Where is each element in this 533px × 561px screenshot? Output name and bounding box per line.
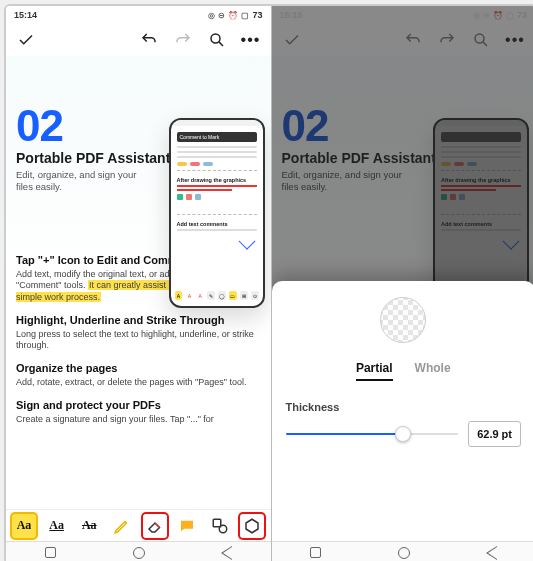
section2-body: Long press to select the text to highlig… — [16, 329, 261, 352]
redo-button[interactable] — [173, 30, 193, 50]
strikethrough-tool[interactable]: Aa — [77, 514, 101, 538]
svg-rect-2 — [213, 519, 221, 527]
section4-title: Sign and protect your PDFs — [16, 399, 261, 411]
battery-icon: ▢ — [241, 11, 249, 20]
status-time: 15:14 — [14, 10, 37, 20]
svg-marker-4 — [246, 519, 258, 533]
annotation-toolbar: Aa Aa Aa — [6, 509, 271, 541]
recent-apps-button[interactable] — [310, 547, 321, 558]
recent-apps-button[interactable] — [45, 547, 56, 558]
svg-point-0 — [211, 34, 220, 43]
highlight-tool[interactable]: Aa — [12, 514, 36, 538]
phone-right: 15:15 ◎ ⊝ ⏰ ▢ 73 ••• 02 — [271, 6, 534, 561]
thickness-slider[interactable] — [286, 428, 459, 440]
more-button[interactable]: ••• — [241, 30, 261, 50]
done-button[interactable] — [16, 30, 36, 50]
tab-whole[interactable]: Whole — [415, 361, 451, 381]
underline-tool[interactable]: Aa — [45, 514, 69, 538]
back-button[interactable] — [487, 547, 497, 559]
thickness-label: Thickness — [286, 401, 340, 413]
top-toolbar: ••• — [6, 24, 271, 56]
mode-tabs: Partial Whole — [356, 361, 451, 381]
back-button[interactable] — [222, 547, 232, 559]
undo-button[interactable] — [139, 30, 159, 50]
status-bar: 15:14 ◎ ⊝ ⏰ ▢ 73 — [6, 6, 271, 24]
nfc-icon: ◎ — [208, 11, 215, 20]
search-button[interactable] — [207, 30, 227, 50]
shape-tool[interactable] — [208, 514, 232, 538]
mockup-bar: Comment to Mark — [177, 132, 257, 142]
mockup-sec1: After drawing the graphics — [177, 177, 257, 183]
section3-title: Organize the pages — [16, 362, 261, 374]
battery-pct: 73 — [252, 10, 262, 20]
home-button[interactable] — [398, 547, 410, 559]
android-navbar — [272, 541, 534, 561]
thickness-value[interactable]: 62.9 pt — [468, 421, 521, 447]
eraser-settings-sheet: Partial Whole Thickness 62.9 pt — [272, 281, 534, 541]
section2-title: Highlight, Underline and Strike Through — [16, 314, 261, 326]
android-navbar — [6, 541, 271, 561]
svg-line-1 — [218, 42, 222, 46]
hero-subtitle: Edit, organize, and sign your files easi… — [16, 169, 146, 194]
arrow-icon — [241, 238, 253, 250]
home-button[interactable] — [133, 547, 145, 559]
pen-tool[interactable] — [110, 514, 134, 538]
tab-partial[interactable]: Partial — [356, 361, 393, 381]
dim-overlay[interactable] — [272, 6, 534, 306]
eraser-tool[interactable] — [143, 514, 167, 538]
section4-body: Create a signature and sign your files. … — [16, 414, 261, 426]
document-content[interactable]: 02 Portable PDF Assistant Edit, organize… — [6, 56, 271, 509]
mockup-sec2: Add text comments — [177, 221, 257, 227]
settings-tool[interactable] — [240, 514, 264, 538]
note-tool[interactable] — [175, 514, 199, 538]
section3-body: Add, rotate, extract, or delete the page… — [16, 377, 261, 389]
alarm-icon: ⏰ — [228, 11, 238, 20]
color-swatch[interactable] — [380, 297, 426, 343]
svg-point-3 — [219, 525, 227, 533]
dnd-icon: ⊝ — [218, 11, 225, 20]
phone-mockup: Comment to Mark After drawing the graphi… — [169, 118, 265, 308]
phone-left: 15:14 ◎ ⊝ ⏰ ▢ 73 — [6, 6, 271, 561]
